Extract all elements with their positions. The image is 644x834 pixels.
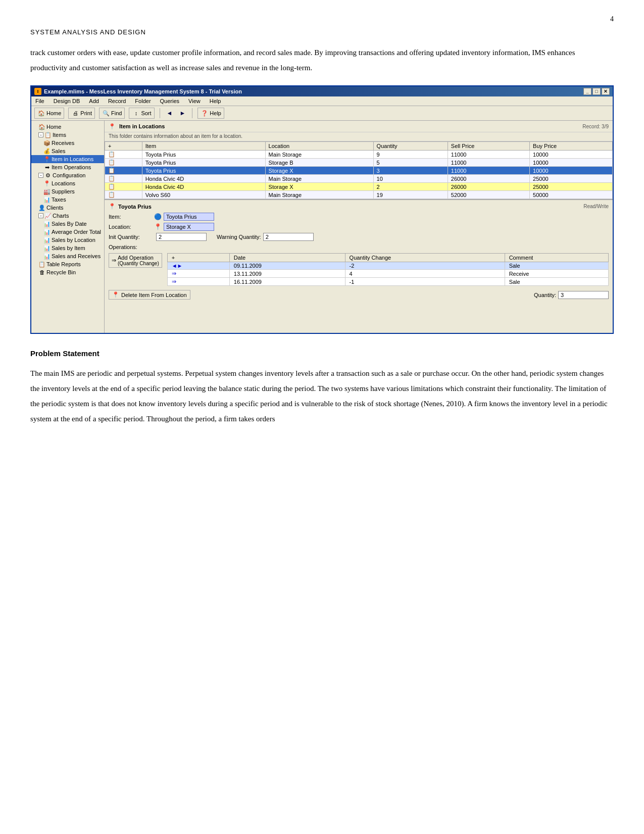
item-in-locations-icon: 📍 (43, 156, 51, 163)
maximize-button[interactable]: □ (592, 88, 601, 95)
sidebar-item-sales-location[interactable]: 📊 Sales by Location (31, 236, 104, 244)
toolbar-nav-back[interactable]: ◄ (165, 109, 174, 117)
minimize-button[interactable]: _ (583, 88, 591, 95)
menu-queries[interactable]: Queries (158, 97, 182, 105)
sidebar-item-locations[interactable]: 📍 Locations (31, 179, 104, 187)
table-row-selected[interactable]: 📋 Toyota Prius Storage X 3 11000 10000 (105, 167, 613, 175)
toolbar-nav-forward[interactable]: ► (178, 109, 187, 117)
row-quantity: 10 (373, 175, 448, 183)
row-buy-price: 25000 (530, 183, 613, 191)
location-field[interactable]: Storage X (164, 223, 214, 231)
sidebar-item-configuration[interactable]: - ⚙ Configuration (31, 171, 104, 179)
panel-subtitle: This folder contains information about a… (105, 132, 613, 141)
col-icon: + (105, 142, 142, 151)
sidebar-label-item-operations: Item Operations (52, 164, 91, 170)
toolbar-find-label: Find (111, 110, 122, 116)
col-sell-price[interactable]: Sell Price (448, 142, 529, 151)
avg-order-icon: 📊 (43, 228, 51, 235)
sidebar-item-sales-receives[interactable]: 📊 Sales and Receives (31, 252, 104, 260)
sidebar-item-recycle-bin[interactable]: 🗑 Recycle Bin (31, 268, 104, 276)
sidebar-item-sales-item[interactable]: 📊 Sales by Item (31, 244, 104, 252)
sidebar-item-table-reports[interactable]: 📋 Table Reports (31, 260, 104, 268)
col-item[interactable]: Item (142, 142, 265, 151)
intro-paragraph: track customer orders with ease, update … (30, 45, 614, 75)
page-number: 4 (30, 15, 614, 23)
row-item: Honda Civic 4D (142, 183, 265, 191)
quantity-row: Init Quantity: 2 Warning Quantity: 2 (109, 233, 609, 241)
sidebar-item-receives[interactable]: 📦 Receives (31, 139, 104, 147)
sidebar-label-receives: Receives (52, 140, 74, 146)
warning-qty-label: Warning Quantity: (217, 234, 261, 240)
row-icon: 📋 (105, 183, 142, 191)
delete-label: Delete Item From Location (121, 292, 187, 298)
sales-receives-icon: 📊 (43, 253, 51, 260)
table-row[interactable]: 📋 Honda Civic 4D Main Storage 10 26000 2… (105, 175, 613, 183)
panel-title: Item in Locations (119, 123, 165, 129)
sidebar-label-locations: Locations (52, 180, 75, 186)
table-row[interactable]: 📋 Volvo S60 Main Storage 19 52000 50000 (105, 191, 613, 199)
toolbar-separator (160, 108, 160, 118)
expand-charts-icon[interactable]: - (38, 213, 43, 218)
sidebar-item-sales[interactable]: 💰 Sales (31, 147, 104, 155)
toolbar-help-button[interactable]: ❓ Help (197, 108, 224, 119)
problem-statement-text: The main IMS are periodic and perpetual … (30, 366, 614, 426)
menu-design-db[interactable]: Design DB (52, 97, 82, 105)
sales-icon: 💰 (43, 148, 51, 155)
add-operation-button[interactable]: ⇒ Add Operation (Quantity Change) (109, 253, 162, 268)
detail-location-row: Location: 📍 Storage X (109, 223, 609, 231)
toolbar-home-button[interactable]: 🏠 Home (34, 108, 64, 119)
sidebar-item-sales-by-date[interactable]: 📊 Sales By Date (31, 220, 104, 228)
toolbar-find-button[interactable]: 🔍 Find (99, 108, 125, 119)
table-row[interactable]: 📋 Toyota Prius Storage B 5 11000 10000 (105, 159, 613, 167)
clients-icon: 👤 (38, 204, 45, 211)
sidebar-item-item-operations[interactable]: ➡ Item Operations (31, 163, 104, 171)
item-field[interactable]: Toyota Prius (164, 213, 214, 221)
read-write-label: Read/Write (583, 204, 609, 209)
row-quantity: 2 (373, 183, 448, 191)
close-button[interactable]: ✕ (602, 88, 610, 95)
home-tree-icon: 🏠 (38, 123, 45, 130)
toolbar-print-button[interactable]: 🖨 Print (68, 108, 95, 119)
table-row[interactable]: 📋 Toyota Prius Main Storage 9 11000 1000… (105, 151, 613, 159)
problem-statement-heading: Problem Statement (30, 349, 614, 358)
row-sell-price: 52000 (448, 191, 529, 199)
menu-record[interactable]: Record (106, 97, 128, 105)
ops-row[interactable]: ⇒ 16.11.2009 -1 Sale (167, 278, 608, 286)
ops-row[interactable]: ◄► 09.11.2009 -2 Sale (167, 262, 608, 270)
location-value-container: 📍 Storage X (154, 223, 214, 231)
sidebar-item-taxes[interactable]: 📊 Taxes (31, 195, 104, 204)
expand-config-icon[interactable]: - (38, 173, 43, 178)
delete-item-button[interactable]: 📍 Delete Item From Location (109, 290, 190, 300)
expand-items-icon[interactable]: - (38, 132, 43, 137)
title-bar-controls[interactable]: _ □ ✕ (583, 88, 610, 95)
data-table-wrap: + Item Location Quantity Sell Price Buy … (105, 141, 613, 199)
warning-qty-field[interactable]: 2 (263, 233, 314, 241)
menu-add[interactable]: Add (87, 97, 101, 105)
col-buy-price[interactable]: Buy Price (530, 142, 613, 151)
table-row-highlighted[interactable]: 📋 Honda Civic 4D Storage X 2 26000 25000 (105, 183, 613, 191)
detail-item-row: Item: 🔵 Toyota Prius (109, 213, 609, 221)
sidebar-item-charts[interactable]: - 📈 Charts (31, 212, 104, 220)
row-sell-price: 11000 (448, 159, 529, 167)
col-location[interactable]: Location (265, 142, 373, 151)
ops-row[interactable]: ⇒ 13.11.2009 4 Receive (167, 270, 608, 278)
sidebar-item-avg-order[interactable]: 📊 Average Order Total (31, 228, 104, 236)
sidebar-item-suppliers[interactable]: 🏭 Suppliers (31, 187, 104, 195)
sidebar-item-item-in-locations[interactable]: 📍 Item in Locations (31, 155, 104, 163)
row-quantity: 19 (373, 191, 448, 199)
sales-by-date-icon: 📊 (43, 220, 51, 227)
sidebar-item-clients[interactable]: 👤 Clients (31, 204, 104, 212)
toolbar-sort-button[interactable]: ↕ Sort (129, 108, 154, 119)
menu-file[interactable]: File (33, 97, 46, 105)
sidebar-label-table-reports: Table Reports (46, 261, 81, 267)
menu-folder[interactable]: Folder (133, 97, 153, 105)
menu-view[interactable]: View (186, 97, 203, 105)
col-quantity[interactable]: Quantity (373, 142, 448, 151)
sidebar-label-sales: Sales (52, 148, 66, 154)
init-qty-field[interactable]: 2 (156, 233, 207, 241)
menu-help[interactable]: Help (208, 97, 223, 105)
sidebar-item-home[interactable]: 🏠 Home (31, 123, 104, 131)
sidebar-item-items[interactable]: - 📋 Items (31, 131, 104, 139)
ops-qty: -1 (345, 278, 505, 286)
quantity-label: Quantity: (534, 292, 556, 298)
